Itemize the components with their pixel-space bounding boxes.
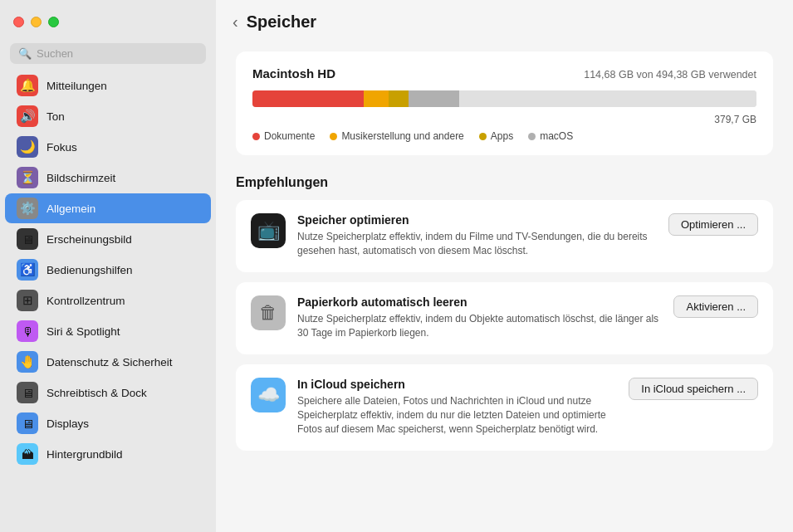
rec-card-optimize: 📺 Speicher optimieren Nutze Speicherplat…	[236, 200, 773, 272]
sidebar-item-hintergrundbild[interactable]: 🏔Hintergrundbild	[5, 439, 211, 469]
legend-dot-musik	[330, 133, 337, 140]
rec-icon-trash: 🗑	[251, 295, 286, 330]
sidebar-label-allgemein: Allgemein	[47, 203, 95, 215]
rec-card-trash: 🗑 Papierkorb automatisch leeren Nutze Sp…	[236, 282, 773, 354]
sidebar-icon-fokus: 🌙	[17, 136, 38, 158]
sidebar-label-erscheinungsbild: Erscheinungsbild	[47, 233, 132, 246]
sidebar-icon-allgemein: ⚙️	[17, 198, 38, 219]
rec-desc-trash: Nutze Speicherplatz effektiv, indem du O…	[297, 312, 662, 341]
sidebar-label-siri: Siri & Spotlight	[47, 325, 120, 338]
back-button[interactable]: ‹	[233, 13, 238, 30]
sidebar-icon-kontrollzentrum: ⊞	[17, 290, 38, 311]
sidebar-item-erscheinungsbild[interactable]: 🖥Erscheinungsbild	[5, 224, 211, 254]
storage-card: Macintosh HD 114,68 GB von 494,38 GB ver…	[236, 51, 773, 155]
main-body: Macintosh HD 114,68 GB von 494,38 GB ver…	[216, 43, 793, 532]
rec-btn-icloud[interactable]: In iCloud speichern ...	[629, 378, 758, 400]
sidebar-item-displays[interactable]: 🖥Displays	[5, 408, 211, 438]
sidebar-label-schreibtisch: Schreibtisch & Dock	[47, 387, 147, 399]
sidebar-icon-erscheinungsbild: 🖥	[17, 228, 38, 250]
page-title: Speicher	[247, 12, 316, 32]
recommendations-list: 📺 Speicher optimieren Nutze Speicherplat…	[236, 200, 773, 451]
rec-text-icloud: In iCloud speichern Speichere alle Datei…	[297, 378, 617, 437]
sidebar-icon-schreibtisch: 🖥	[17, 382, 38, 403]
sidebar-icon-ton: 🔊	[17, 105, 38, 127]
sidebar-label-bildschirmzeit: Bildschirmzeit	[47, 172, 115, 184]
minimize-button[interactable]	[31, 17, 42, 27]
sidebar-item-kontrollzentrum[interactable]: ⊞Kontrollzentrum	[5, 286, 211, 315]
main-header: ‹ Speicher	[216, 0, 793, 43]
maximize-button[interactable]	[48, 17, 59, 27]
rec-title-trash: Papierkorb automatisch leeren	[297, 295, 662, 309]
sidebar-icon-bildschirmzeit: ⏳	[17, 167, 38, 188]
bar-apps	[389, 90, 409, 107]
sidebar-item-fokus[interactable]: 🌙Fokus	[5, 132, 211, 162]
sidebar-icon-siri: 🎙	[17, 320, 38, 342]
storage-used-label: 114,68 GB von 494,38 GB verwendet	[584, 69, 756, 81]
rec-action-trash: Aktivieren ...	[673, 295, 758, 318]
sidebar-item-mitteilungen[interactable]: 🔔Mitteilungen	[5, 71, 211, 100]
titlebar	[0, 0, 216, 43]
storage-legend: Dokumente Musikerstellung und andere App…	[252, 130, 756, 142]
sidebar-label-hintergrundbild: Hintergrundbild	[47, 448, 123, 461]
sidebar-list: 🔔Mitteilungen🔊Ton🌙Fokus⏳Bildschirmzeit⚙️…	[0, 71, 216, 532]
sidebar-item-bedienungshilfen[interactable]: ♿Bedienungshilfen	[5, 255, 211, 285]
app-window: 🔍 Suchen 🔔Mitteilungen🔊Ton🌙Fokus⏳Bildsch…	[0, 0, 793, 532]
sidebar-label-fokus: Fokus	[47, 141, 77, 154]
rec-title-icloud: In iCloud speichern	[297, 378, 617, 391]
disk-name: Macintosh HD	[252, 66, 335, 81]
legend-apps: Apps	[479, 130, 513, 142]
recommendations-title: Empfehlungen	[236, 175, 773, 190]
bar-macos	[409, 90, 459, 107]
sidebar-icon-hintergrundbild: 🏔	[17, 443, 38, 465]
rec-btn-optimize[interactable]: Optimieren ...	[668, 213, 758, 236]
traffic-lights	[13, 17, 59, 27]
legend-dot-dokumente	[252, 133, 260, 140]
rec-btn-trash[interactable]: Aktivieren ...	[673, 295, 758, 318]
rec-text-optimize: Speicher optimieren Nutze Speicherplatz …	[297, 213, 657, 259]
close-button[interactable]	[13, 17, 24, 27]
rec-card-icloud: ☁️ In iCloud speichern Speichere alle Da…	[236, 364, 773, 451]
search-input[interactable]: Suchen	[37, 47, 198, 60]
bar-musik	[364, 90, 389, 107]
bar-dokumente	[252, 90, 364, 107]
sidebar-label-datenschutz: Datenschutz & Sicherheit	[47, 356, 173, 368]
legend-macos: macOS	[528, 130, 573, 142]
rec-title-optimize: Speicher optimieren	[297, 213, 657, 227]
legend-label-macos: macOS	[540, 130, 573, 142]
sidebar-icon-bedienungshilfen: ♿	[17, 259, 38, 281]
rec-desc-optimize: Nutze Speicherplatz effektiv, indem du F…	[297, 230, 657, 259]
rec-icon-optimize: 📺	[251, 213, 286, 248]
sidebar-item-allgemein[interactable]: ⚙️Allgemein	[5, 193, 211, 223]
sidebar-label-kontrollzentrum: Kontrollzentrum	[47, 295, 125, 307]
legend-dokumente: Dokumente	[252, 130, 315, 142]
sidebar-label-bedienungshilfen: Bedienungshilfen	[47, 264, 133, 276]
sidebar-label-displays: Displays	[47, 417, 89, 430]
rec-action-optimize: Optimieren ...	[668, 213, 758, 236]
sidebar-icon-displays: 🖥	[17, 412, 38, 434]
rec-desc-icloud: Speichere alle Dateien, Fotos und Nachri…	[297, 394, 617, 437]
legend-dot-apps	[479, 133, 487, 140]
sidebar-item-ton[interactable]: 🔊Ton	[5, 101, 211, 131]
legend-label-musik: Musikerstellung und andere	[341, 130, 463, 142]
storage-free-label: 379,7 GB	[252, 114, 756, 125]
sidebar-icon-datenschutz: 🤚	[17, 351, 38, 373]
search-icon: 🔍	[18, 47, 32, 60]
rec-icon-icloud: ☁️	[251, 378, 286, 412]
sidebar-icon-mitteilungen: 🔔	[17, 75, 38, 96]
legend-label-apps: Apps	[491, 130, 513, 142]
rec-action-icloud: In iCloud speichern ...	[629, 378, 758, 400]
legend-label-dokumente: Dokumente	[264, 130, 315, 142]
sidebar-item-siri[interactable]: 🎙Siri & Spotlight	[5, 316, 211, 346]
main-content: ‹ Speicher Macintosh HD 114,68 GB von 49…	[216, 0, 793, 532]
legend-dot-macos	[528, 133, 536, 140]
bar-free	[459, 90, 756, 107]
legend-musik: Musikerstellung und andere	[330, 130, 463, 142]
sidebar-item-schreibtisch[interactable]: 🖥Schreibtisch & Dock	[5, 378, 211, 408]
sidebar-label-mitteilungen: Mitteilungen	[47, 80, 107, 92]
storage-header-row: Macintosh HD 114,68 GB von 494,38 GB ver…	[252, 66, 756, 81]
sidebar: 🔍 Suchen 🔔Mitteilungen🔊Ton🌙Fokus⏳Bildsch…	[0, 0, 216, 532]
sidebar-item-datenschutz[interactable]: 🤚Datenschutz & Sicherheit	[5, 347, 211, 377]
search-box[interactable]: 🔍 Suchen	[10, 43, 206, 64]
sidebar-item-bildschirmzeit[interactable]: ⏳Bildschirmzeit	[5, 163, 211, 193]
sidebar-label-ton: Ton	[47, 110, 65, 123]
